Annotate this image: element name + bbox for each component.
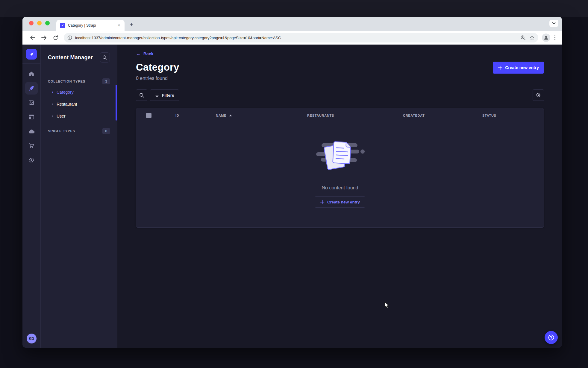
question-mark-icon [548, 334, 555, 341]
plus-icon [498, 66, 502, 70]
plus-icon [320, 200, 325, 204]
subnav-divider [48, 70, 55, 70]
url-address-bar[interactable]: localhost:1337/admin/content-manager/col… [64, 33, 538, 42]
main-content: ← Back Category 0 entries found Create n… [117, 45, 562, 348]
zoom-icon[interactable] [520, 35, 526, 40]
back-label: Back [143, 51, 153, 56]
filters-label: Filters [162, 93, 174, 98]
tab-search-chevron-button[interactable] [549, 20, 558, 27]
bookmark-star-icon[interactable] [529, 35, 535, 40]
sidebar-item-marketplace[interactable] [25, 139, 38, 152]
window-controls [29, 17, 50, 31]
sidebar-item-category[interactable]: Category [48, 86, 110, 98]
sidebar-item-content-type-builder[interactable] [25, 111, 38, 123]
search-icon [139, 93, 144, 98]
create-new-entry-button[interactable]: Create new entry [493, 62, 544, 74]
user-avatar[interactable]: KD [27, 334, 37, 343]
chevron-down-icon [552, 22, 556, 25]
filter-icon [155, 93, 159, 97]
browser-window: Category | Strapi ✕ + localhost:1337/adm… [22, 17, 562, 348]
close-window-button[interactable] [29, 21, 34, 25]
minimize-window-button[interactable] [37, 21, 42, 25]
column-header-createdat[interactable]: CREATEDAT [403, 114, 482, 117]
collection-type-label: Restaurant [57, 102, 77, 107]
new-tab-button[interactable]: + [126, 20, 137, 30]
search-icon [102, 55, 107, 60]
reload-button[interactable] [51, 33, 60, 42]
entries-table: ID NAME RESTAURANTS CREATEDAT STATUS [136, 108, 544, 228]
browser-profile-avatar[interactable] [542, 34, 550, 42]
empty-state: No content found Create new entry [136, 123, 544, 227]
empty-state-message: No content found [322, 185, 358, 191]
desktop-background-band [0, 0, 588, 17]
subnav-scrollbar[interactable] [116, 85, 117, 121]
empty-create-new-entry-button[interactable]: Create new entry [315, 196, 365, 208]
sidebar-item-media-library[interactable] [25, 96, 38, 109]
empty-documents-illustration [314, 139, 366, 175]
bullet-icon [52, 115, 53, 117]
column-header-status[interactable]: STATUS [482, 114, 537, 117]
empty-create-new-entry-label: Create new entry [327, 200, 360, 204]
nav-divider [22, 63, 41, 64]
collection-types-section-header: COLLECTION TYPES 3 [48, 77, 110, 86]
page-title: Category [136, 62, 179, 73]
media-library-icon [28, 99, 35, 106]
person-icon [543, 35, 549, 40]
bullet-icon [52, 104, 53, 105]
arrow-left-icon: ← [136, 51, 141, 56]
browser-tab[interactable]: Category | Strapi ✕ [56, 20, 125, 31]
shopping-cart-icon [28, 142, 35, 149]
column-header-restaurants[interactable]: RESTAURANTS [307, 114, 403, 117]
home-icon [28, 71, 35, 77]
browser-toolbar: localhost:1337/admin/content-manager/col… [22, 31, 562, 45]
gear-icon [536, 92, 541, 98]
single-types-label: SINGLE TYPES [48, 129, 75, 133]
cloud-icon [28, 128, 35, 135]
collection-type-label: User [57, 114, 66, 118]
sidebar-item-deploy-cloud[interactable] [25, 125, 38, 138]
single-types-section-header: SINGLE TYPES 0 [48, 126, 110, 136]
strapi-logo[interactable] [26, 49, 37, 60]
create-new-entry-label: Create new entry [505, 65, 539, 70]
sidebar-item-restaurant[interactable]: Restaurant [48, 98, 110, 110]
strapi-favicon-icon [60, 23, 65, 28]
back-link[interactable]: ← Back [136, 51, 153, 56]
sort-ascending-icon [229, 115, 232, 116]
filters-button[interactable]: Filters [150, 89, 179, 101]
back-button[interactable] [28, 33, 37, 42]
tab-close-icon[interactable]: ✕ [116, 23, 122, 28]
site-info-icon[interactable] [67, 35, 72, 40]
arrow-right-icon [41, 35, 47, 40]
tab-title: Category | Strapi [68, 23, 114, 28]
strapi-admin-app: KD Content Manager COLLECTION TYPES 3 Ca… [22, 45, 562, 348]
column-header-name[interactable]: NAME [216, 114, 307, 117]
subnav-title: Content Manager [48, 54, 93, 61]
url-text[interactable]: localhost:1337/admin/content-manager/col… [75, 36, 517, 40]
sidebar-item-user[interactable]: User [48, 110, 110, 122]
select-all-checkbox[interactable] [146, 113, 151, 118]
subnav-search-button[interactable] [100, 52, 110, 63]
sidebar-item-settings[interactable] [25, 154, 38, 166]
view-settings-button[interactable] [533, 89, 544, 101]
reload-icon [53, 35, 58, 40]
collection-types-count-badge: 3 [102, 78, 110, 84]
entries-count: 0 entries found [136, 76, 179, 81]
table-header-row: ID NAME RESTAURANTS CREATEDAT STATUS [136, 108, 544, 123]
collection-type-label: Category [57, 90, 74, 95]
sidebar-item-home[interactable] [25, 68, 38, 80]
column-header-id[interactable]: ID [175, 114, 216, 117]
browser-menu-button[interactable] [552, 35, 558, 40]
help-button[interactable] [545, 331, 558, 344]
layout-icon [28, 114, 35, 120]
sidebar-item-content-manager[interactable] [25, 82, 38, 95]
main-navigation: KD [22, 45, 41, 348]
single-types-count-badge: 0 [102, 128, 110, 134]
table-search-button[interactable] [136, 89, 147, 101]
collection-types-label: COLLECTION TYPES [48, 80, 85, 83]
feather-pen-icon [28, 85, 35, 92]
forward-button[interactable] [39, 33, 49, 42]
arrow-left-icon [30, 35, 35, 40]
content-manager-subnav: Content Manager COLLECTION TYPES 3 Categ… [41, 45, 117, 348]
browser-tab-strip: Category | Strapi ✕ + [22, 17, 562, 31]
maximize-window-button[interactable] [45, 21, 50, 25]
